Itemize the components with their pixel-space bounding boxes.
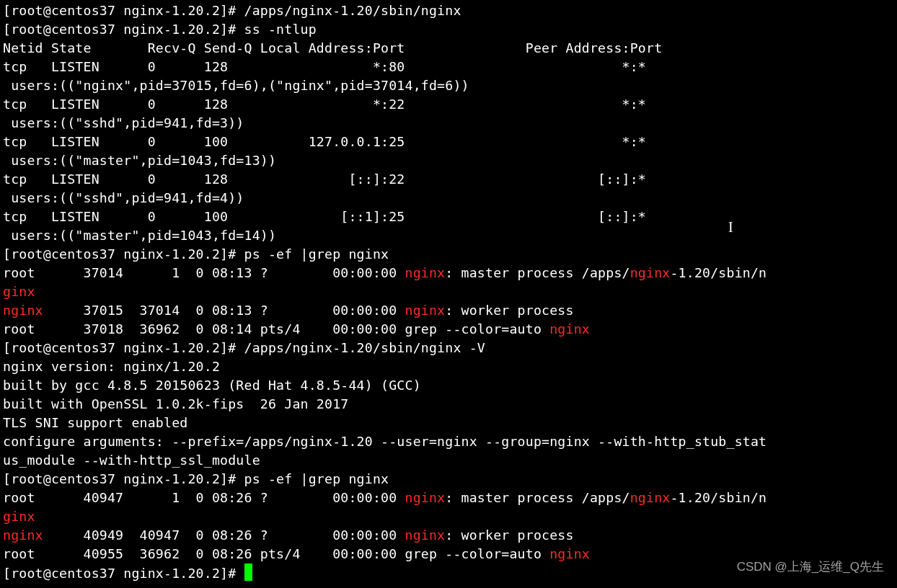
terminal-line: tcp LISTEN 0 128 [::]:22 [::]:* [3, 172, 646, 187]
terminal-text: TLS SNI support enabled [3, 415, 187, 430]
highlight-text: nginx [630, 265, 671, 280]
terminal-line: Netid State Recv-Q Send-Q Local Address:… [3, 40, 662, 55]
terminal-text: : worker process [445, 303, 573, 318]
terminal-text: tcp LISTEN 0 128 *:80 *:* [3, 59, 646, 74]
highlight-text: nginx [405, 490, 446, 505]
terminal-output[interactable]: [root@centos37 nginx-1.20.2]# /apps/ngin… [0, 0, 897, 583]
terminal-line: ginx [3, 509, 35, 524]
terminal-line: [root@centos37 nginx-1.20.2]# /apps/ngin… [3, 3, 461, 18]
terminal-line: tcp LISTEN 0 100 [::1]:25 [::]:* [3, 209, 646, 224]
terminal-line: root 40947 1 0 08:26 ? 00:00:00 nginx: m… [3, 490, 766, 505]
terminal-line: tcp LISTEN 0 128 *:80 *:* [3, 59, 646, 74]
terminal-text: [root@centos37 nginx-1.20.2]# ss -ntlup [3, 22, 317, 37]
highlight-text: nginx [405, 303, 446, 318]
terminal-text: : master process /apps/ [445, 490, 629, 505]
terminal-line: nginx 40949 40947 0 08:26 ? 00:00:00 ngi… [3, 527, 574, 543]
terminal-line: tcp LISTEN 0 128 *:22 *:* [3, 97, 646, 112]
terminal-text: -1.20/sbin/n [670, 265, 766, 280]
terminal-line: tcp LISTEN 0 100 127.0.0.1:25 *:* [3, 134, 646, 149]
highlight-text: nginx [3, 527, 43, 543]
terminal-line: users:(("master",pid=1043,fd=13)) [3, 153, 276, 168]
highlight-text: ginx [3, 509, 35, 524]
terminal-line: built by gcc 4.8.5 20150623 (Red Hat 4.8… [3, 378, 421, 393]
highlight-text: nginx [549, 321, 590, 337]
cursor-block [244, 564, 252, 581]
terminal-line: users:(("nginx",pid=37015,fd=6),("nginx"… [3, 78, 469, 93]
terminal-line: users:(("master",pid=1043,fd=14)) [3, 228, 276, 243]
terminal-line: ginx [3, 284, 35, 299]
terminal-line: [root@centos37 nginx-1.20.2]# ps -ef |gr… [3, 246, 389, 262]
terminal-text: users:(("nginx",pid=37015,fd=6),("nginx"… [3, 78, 469, 93]
terminal-line: us_module --with-http_ssl_module [3, 453, 260, 468]
highlight-text: nginx [405, 265, 446, 280]
terminal-text: root 37014 1 0 08:13 ? 00:00:00 [3, 265, 405, 280]
terminal-text: [root@centos37 nginx-1.20.2]# ps -ef |gr… [3, 246, 389, 262]
terminal-line: configure arguments: --prefix=/apps/ngin… [3, 434, 766, 449]
terminal-text: tcp LISTEN 0 128 *:22 *:* [3, 97, 646, 112]
terminal-line: [root@centos37 nginx-1.20.2]# ps -ef |gr… [3, 471, 389, 486]
terminal-text: : worker process [445, 527, 573, 543]
terminal-line: TLS SNI support enabled [3, 415, 187, 430]
terminal-text: us_module --with-http_ssl_module [3, 453, 260, 468]
terminal-text: built by gcc 4.8.5 20150623 (Red Hat 4.8… [3, 378, 421, 393]
watermark-text: CSDN @上海_运维_Q先生 [737, 558, 884, 575]
terminal-text: nginx version: nginx/1.20.2 [3, 359, 220, 374]
terminal-text: Netid State Recv-Q Send-Q Local Address:… [3, 40, 662, 55]
highlight-text: nginx [549, 546, 590, 561]
terminal-text: tcp LISTEN 0 100 127.0.0.1:25 *:* [3, 134, 646, 149]
terminal-line: users:(("sshd",pid=941,fd=4)) [3, 190, 244, 205]
terminal-text: [root@centos37 nginx-1.20.2]# [3, 566, 244, 581]
highlight-text: ginx [3, 284, 35, 299]
highlight-text: nginx [630, 490, 671, 505]
terminal-text: built with OpenSSL 1.0.2k-fips 26 Jan 20… [3, 396, 348, 411]
terminal-text: tcp LISTEN 0 100 [::1]:25 [::]:* [3, 209, 646, 224]
terminal-text: [root@centos37 nginx-1.20.2]# /apps/ngin… [3, 340, 485, 355]
terminal-text: users:(("master",pid=1043,fd=13)) [3, 153, 276, 168]
terminal-line: users:(("sshd",pid=941,fd=3)) [3, 115, 244, 130]
terminal-text: [root@centos37 nginx-1.20.2]# /apps/ngin… [3, 3, 461, 18]
terminal-line: [root@centos37 nginx-1.20.2]# /apps/ngin… [3, 340, 485, 355]
terminal-text: [root@centos37 nginx-1.20.2]# ps -ef |gr… [3, 471, 389, 486]
terminal-line: built with OpenSSL 1.0.2k-fips 26 Jan 20… [3, 396, 348, 411]
highlight-text: nginx [3, 303, 43, 318]
terminal-text: users:(("master",pid=1043,fd=14)) [3, 228, 276, 243]
terminal-line: nginx version: nginx/1.20.2 [3, 359, 220, 374]
terminal-text: : master process /apps/ [445, 265, 629, 280]
terminal-line: root 37018 36962 0 08:14 pts/4 00:00:00 … [3, 321, 590, 337]
terminal-text: 40949 40947 0 08:26 ? 00:00:00 [43, 527, 405, 543]
terminal-line: root 40955 36962 0 08:26 pts/4 00:00:00 … [3, 546, 590, 561]
terminal-text: configure arguments: --prefix=/apps/ngin… [3, 434, 766, 449]
terminal-text: root 40955 36962 0 08:26 pts/4 00:00:00 … [3, 546, 549, 561]
highlight-text: nginx [405, 527, 446, 543]
terminal-line: root 37014 1 0 08:13 ? 00:00:00 nginx: m… [3, 265, 766, 280]
terminal-text: root 37018 36962 0 08:14 pts/4 00:00:00 … [3, 321, 549, 337]
terminal-line: [root@centos37 nginx-1.20.2]# [3, 566, 252, 581]
terminal-text: 37015 37014 0 08:13 ? 00:00:00 [43, 303, 405, 318]
terminal-text: tcp LISTEN 0 128 [::]:22 [::]:* [3, 172, 646, 187]
text-cursor-icon: I [728, 219, 733, 236]
terminal-text: -1.20/sbin/n [670, 490, 766, 505]
terminal-text: root 40947 1 0 08:26 ? 00:00:00 [3, 490, 405, 505]
terminal-text: users:(("sshd",pid=941,fd=3)) [3, 115, 244, 130]
terminal-text: users:(("sshd",pid=941,fd=4)) [3, 190, 244, 205]
terminal-line: [root@centos37 nginx-1.20.2]# ss -ntlup [3, 22, 317, 37]
terminal-line: nginx 37015 37014 0 08:13 ? 00:00:00 ngi… [3, 303, 574, 318]
